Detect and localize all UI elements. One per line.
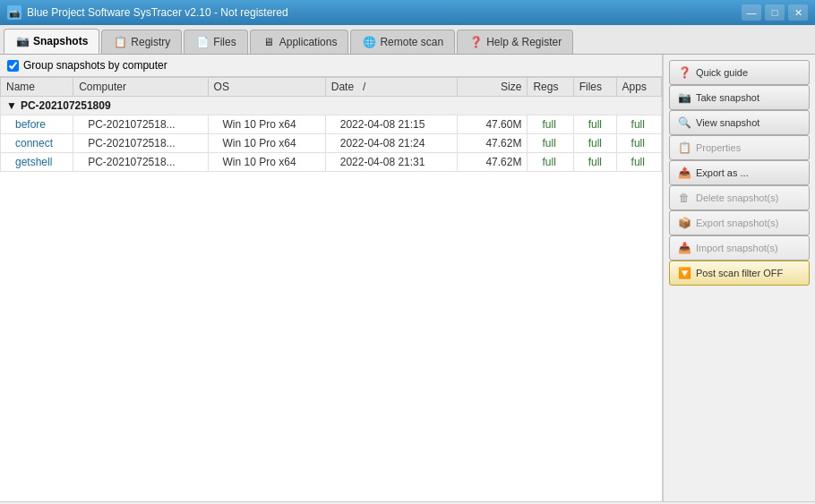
quick-guide-icon: ❓ — [677, 65, 691, 80]
right-panel: ❓ Quick guide 📷 Take snapshot 🔍 View sna… — [663, 55, 815, 501]
group-by-computer-label[interactable]: Group snapshots by computer — [7, 59, 655, 72]
snapshots-tab-icon: 📷 — [15, 34, 30, 48]
cell-os: Win 10 Pro x64 — [208, 115, 325, 134]
cell-computer: PC-2021072518... — [73, 115, 208, 134]
cell-name: getshell — [1, 153, 73, 172]
window-controls: — □ ✕ — [742, 4, 808, 21]
post-scan-filter-label: Post scan filter OFF — [696, 268, 783, 278]
view-snapshot-icon: 🔍 — [677, 115, 691, 130]
table-row[interactable]: before PC-2021072518... Win 10 Pro x64 2… — [1, 115, 662, 134]
files-tab-icon: 📄 — [195, 35, 210, 49]
tab-files[interactable]: 📄 Files — [184, 30, 247, 54]
cell-computer: PC-2021072518... — [73, 153, 208, 172]
quick-guide-label: Quick guide — [696, 67, 748, 78]
export-snapshots-icon: 📦 — [677, 216, 691, 230]
close-button[interactable]: ✕ — [788, 4, 808, 21]
delete-snapshots-button: 🗑 Delete snapshot(s) — [669, 185, 810, 210]
minimize-button[interactable]: — — [742, 4, 761, 21]
export-as-label: Export as ... — [696, 167, 749, 178]
cell-name: before — [1, 115, 73, 134]
export-snapshots-label: Export snapshot(s) — [696, 218, 778, 228]
cell-files: full — [573, 115, 616, 134]
registry-tab-icon: 📋 — [113, 35, 127, 49]
table-group-row[interactable]: ▼PC-202107251809 — [1, 97, 662, 115]
tab-applications[interactable]: 🖥 Applications — [250, 30, 349, 54]
col-files: Files — [573, 78, 616, 97]
table-header-row: Name Computer OS Date / Size Regs Files … — [1, 78, 662, 97]
menu-tabs: 📷 Snapshots 📋 Registry 📄 Files 🖥 Applica… — [0, 25, 815, 55]
cell-size: 47.62M — [457, 153, 528, 172]
post-scan-filter-button[interactable]: 🔽 Post scan filter OFF — [669, 261, 810, 286]
view-snapshot-button[interactable]: 🔍 View snapshot — [669, 110, 810, 135]
export-as-button[interactable]: 📤 Export as ... — [669, 160, 810, 185]
properties-icon: 📋 — [677, 141, 691, 155]
cell-date: 2022-04-08 21:15 — [325, 115, 457, 134]
cell-files: full — [573, 134, 616, 153]
cell-files: full — [573, 153, 616, 172]
cell-size: 47.62M — [457, 134, 528, 153]
cell-regs: full — [528, 134, 573, 153]
col-regs: Regs — [528, 78, 573, 97]
app-icon: 📷 — [7, 5, 21, 20]
toolbar: Group snapshots by computer — [0, 55, 662, 77]
import-snapshots-button: 📥 Import snapshot(s) — [669, 235, 810, 261]
col-date: Date / — [325, 78, 457, 97]
cell-apps: full — [616, 134, 661, 153]
table-row[interactable]: connect PC-2021072518... Win 10 Pro x64 … — [1, 134, 662, 153]
import-snapshots-icon: 📥 — [677, 241, 691, 255]
delete-snapshots-label: Delete snapshot(s) — [696, 192, 778, 203]
applications-tab-label: Applications — [279, 36, 338, 48]
cell-name: connect — [1, 134, 73, 153]
cell-regs: full — [528, 153, 573, 172]
help-tab-icon: ❓ — [468, 35, 483, 49]
quick-guide-button[interactable]: ❓ Quick guide — [669, 60, 810, 85]
delete-snapshots-icon: 🗑 — [677, 191, 691, 205]
maximize-button[interactable]: □ — [765, 4, 785, 21]
window-title: Blue Project Software SysTracer v2.10 - … — [27, 6, 742, 19]
group-name: ▼PC-202107251809 — [1, 97, 662, 115]
properties-label: Properties — [696, 142, 741, 153]
take-snapshot-icon: 📷 — [677, 90, 691, 105]
remote-scan-tab-label: Remote scan — [380, 36, 443, 48]
cell-os: Win 10 Pro x64 — [208, 134, 325, 153]
cell-computer: PC-2021072518... — [73, 134, 208, 153]
tab-help[interactable]: ❓ Help & Register — [457, 30, 573, 54]
table-row[interactable]: getshell PC-2021072518... Win 10 Pro x64… — [1, 153, 662, 172]
tab-remote-scan[interactable]: 🌐 Remote scan — [350, 30, 455, 54]
col-os: OS — [208, 78, 325, 97]
cell-size: 47.60M — [457, 115, 528, 134]
applications-tab-icon: 🖥 — [262, 35, 276, 49]
snapshots-tab-label: Snapshots — [33, 35, 88, 47]
export-as-icon: 📤 — [677, 166, 691, 180]
left-panel: Group snapshots by computer Name Compute… — [0, 55, 663, 501]
snapshot-table[interactable]: Name Computer OS Date / Size Regs Files … — [0, 77, 662, 501]
cell-date: 2022-04-08 21:24 — [325, 134, 457, 153]
col-name: Name — [1, 78, 73, 97]
export-snapshots-button: 📦 Export snapshot(s) — [669, 210, 810, 235]
files-tab-label: Files — [213, 36, 236, 48]
group-by-computer-checkbox[interactable] — [7, 60, 19, 72]
post-scan-filter-icon: 🔽 — [677, 266, 691, 280]
take-snapshot-label: Take snapshot — [696, 92, 759, 103]
remote-scan-tab-icon: 🌐 — [362, 35, 376, 49]
col-computer: Computer — [73, 78, 208, 97]
view-snapshot-label: View snapshot — [696, 117, 759, 128]
col-size: Size — [457, 78, 528, 97]
cell-apps: full — [616, 115, 661, 134]
main-content: Group snapshots by computer Name Compute… — [0, 55, 815, 501]
properties-button: 📋 Properties — [669, 135, 810, 160]
cell-date: 2022-04-08 21:31 — [325, 153, 457, 172]
tab-registry[interactable]: 📋 Registry — [101, 30, 182, 54]
cell-regs: full — [528, 115, 573, 134]
col-apps: Apps — [616, 78, 661, 97]
take-snapshot-button[interactable]: 📷 Take snapshot — [669, 85, 810, 110]
cell-apps: full — [616, 153, 661, 172]
import-snapshots-label: Import snapshot(s) — [696, 243, 778, 253]
tab-snapshots[interactable]: 📷 Snapshots — [4, 29, 99, 54]
registry-tab-label: Registry — [131, 36, 170, 48]
title-bar: 📷 Blue Project Software SysTracer v2.10 … — [0, 0, 815, 25]
help-tab-label: Help & Register — [486, 36, 562, 48]
cell-os: Win 10 Pro x64 — [208, 153, 325, 172]
group-by-computer-text: Group snapshots by computer — [23, 59, 167, 72]
